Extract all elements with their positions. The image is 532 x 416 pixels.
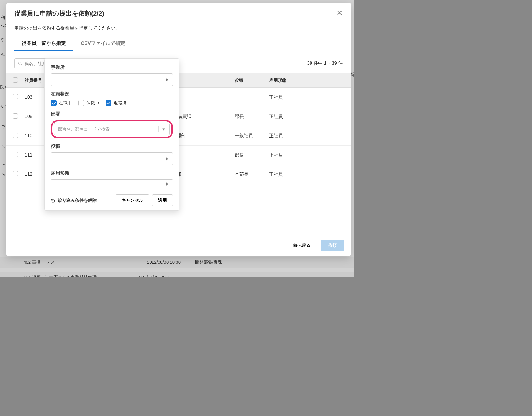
col-role[interactable]: 役職: [231, 73, 266, 88]
filter-emptype-label: 雇用形態: [51, 170, 173, 176]
undo-icon: [51, 198, 56, 203]
filter-office-label: 事業所: [51, 64, 173, 70]
checkbox[interactable]: [51, 100, 57, 106]
cell-emp-type: 正社員: [266, 146, 351, 165]
modal-header: 従業員に申請の提出を依頼(2/2) ✕: [6, 3, 351, 21]
chevron-updown-icon: ▲▼: [165, 78, 169, 82]
filter-dept-label: 部署: [51, 111, 173, 117]
cell-role: [231, 88, 266, 107]
filter-dept-placeholder: 部署名、部署コードで検索: [58, 127, 156, 132]
cell-role: 本部長: [231, 165, 266, 184]
checkbox[interactable]: [106, 100, 111, 106]
filter-emptype-select[interactable]: ▲▼: [51, 179, 173, 188]
chevron-down-icon: ▼: [162, 127, 166, 132]
chevron-updown-icon: ▲▼: [165, 157, 169, 161]
status-option-label: 在職中: [59, 100, 72, 106]
result-count: 39 件中 1 ~ 39 件: [307, 60, 343, 66]
svg-line-1: [21, 64, 22, 65]
back-button[interactable]: 前へ戻る: [286, 240, 317, 251]
cell-emp-type: 正社員: [266, 107, 351, 126]
cell-role: 課長: [231, 107, 266, 126]
status-option[interactable]: 退職済: [106, 100, 127, 106]
row-checkbox[interactable]: [13, 94, 18, 99]
row-checkbox[interactable]: [13, 133, 18, 138]
row-checkbox[interactable]: [13, 152, 18, 157]
status-option-label: 休職中: [86, 100, 99, 106]
filter-dept-select[interactable]: 部署名、部署コードで検索 ▼: [54, 123, 170, 135]
tab-employee-list[interactable]: 従業員一覧から指定: [14, 37, 73, 51]
divider: [158, 126, 159, 132]
reset-filter-label: 絞り込み条件を解除: [58, 198, 97, 203]
cell-emp-type: 正社員: [266, 126, 351, 146]
tabs: 従業員一覧から指定 CSVファイルで指定: [14, 37, 343, 51]
filter-popover: 事業所 ▲▼ 在籍状況 在職中休職中退職済 部署 部署名、部署コードで検索 ▼ …: [44, 58, 179, 211]
cancel-filter-button[interactable]: キャンセル: [116, 194, 149, 206]
tab-csv[interactable]: CSVファイルで指定: [73, 37, 133, 51]
cell-emp-type: 正社員: [266, 165, 351, 184]
status-option[interactable]: 在職中: [51, 100, 72, 106]
checkbox[interactable]: [78, 100, 84, 106]
status-option-label: 退職済: [114, 100, 127, 106]
modal-title: 従業員に申請の提出を依頼(2/2): [14, 9, 104, 18]
filter-status-label: 在籍状況: [51, 91, 173, 97]
filter-role-label: 役職: [51, 144, 173, 150]
apply-filter-button[interactable]: 適用: [152, 194, 173, 206]
cell-role: 一般社員: [231, 126, 266, 146]
modal-footer: 前へ戻る 依頼: [6, 235, 351, 256]
col-emp-no[interactable]: 社員番号: [25, 78, 42, 83]
filter-office-select[interactable]: ▲▼: [51, 73, 173, 86]
row-checkbox[interactable]: [13, 113, 18, 119]
close-icon[interactable]: ✕: [336, 9, 343, 17]
cell-emp-type: 正社員: [266, 88, 351, 107]
search-icon: [18, 61, 22, 66]
select-all-checkbox[interactable]: [13, 77, 18, 83]
col-emp-type[interactable]: 雇用形態: [266, 73, 351, 88]
filter-status-options: 在職中休職中退職済: [51, 100, 173, 106]
filter-role-select[interactable]: ▲▼: [51, 152, 173, 165]
cell-role: 部長: [231, 146, 266, 165]
chevron-updown-icon: ▲▼: [165, 182, 169, 186]
highlighted-dept-field: 部署名、部署コードで検索 ▼: [51, 120, 173, 138]
reset-filter-button[interactable]: 絞り込み条件を解除: [51, 198, 97, 203]
svg-point-0: [19, 62, 21, 64]
modal-subtitle: 申請の提出を依頼する従業員を指定してください。: [6, 21, 351, 37]
popover-footer: 絞り込み条件を解除 キャンセル 適用: [51, 190, 173, 206]
status-option[interactable]: 休職中: [78, 100, 99, 106]
row-checkbox[interactable]: [13, 171, 18, 176]
submit-button[interactable]: 依頼: [321, 240, 344, 251]
